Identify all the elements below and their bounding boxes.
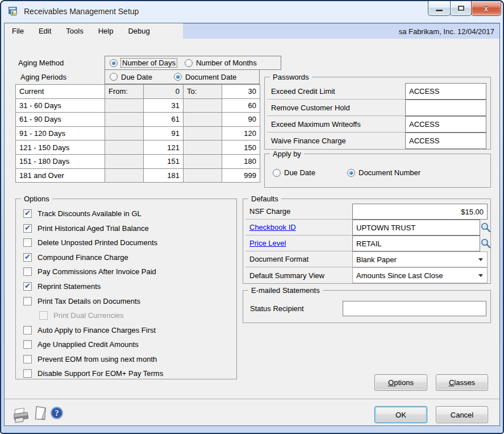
checkbook-id-lookup-icon[interactable]	[480, 222, 491, 233]
exceed-credit-limit-input[interactable]: ACCESS	[405, 83, 486, 100]
checkbook-id-link[interactable]: Checkbook ID	[245, 220, 352, 235]
aging-period-name-cell[interactable]: 91 - 120 Days	[16, 127, 105, 141]
aging-to-value-cell[interactable]: 90	[222, 113, 260, 127]
nsf-charge-input[interactable]: $15.00	[352, 204, 488, 220]
checkbox-print-tax-details[interactable]: Print Tax Details on Documents	[23, 297, 140, 305]
menu-items: File Edit Tools Help Debug	[5, 23, 183, 39]
checkbox-prevent-eom[interactable]: Prevent EOM from using next month	[23, 355, 157, 363]
checkbox-icon	[23, 326, 32, 334]
aging-from-value-cell[interactable]: 151	[144, 155, 184, 169]
titlebar: Receivables Management Setup x	[1, 1, 503, 22]
aging-from-value-cell[interactable]: 181	[144, 169, 184, 183]
default-summary-view-dropdown[interactable]: Amounts Since Last Close	[352, 267, 488, 283]
aging-to-label-cell	[184, 169, 222, 183]
menu-file[interactable]: File	[5, 23, 31, 39]
radio-number-of-days[interactable]: Number of Days	[110, 59, 177, 67]
menu-edit[interactable]: Edit	[31, 23, 59, 39]
radio-apply-due-date[interactable]: Due Date	[273, 168, 315, 177]
aging-to-value-cell[interactable]: 120	[222, 127, 260, 141]
checkbox-delete-unposted[interactable]: Delete Unposted Printed Documents	[23, 238, 157, 247]
aging-period-name-cell[interactable]: 61 - 90 Days	[16, 113, 105, 127]
aging-period-name-cell[interactable]: 151 - 180 Days	[16, 155, 105, 169]
aging-to-value-cell[interactable]: 150	[222, 140, 260, 155]
aging-from-value-cell[interactable]: 61	[144, 113, 184, 127]
aging-to-value-cell[interactable]: 30	[222, 85, 260, 99]
status-recipient-input[interactable]	[343, 301, 486, 316]
aging-method-label: Aging Method	[18, 59, 64, 67]
aging-from-label-cell	[105, 99, 144, 113]
aging-period-name-cell[interactable]: Current	[16, 85, 105, 99]
checkbox-icon	[23, 209, 32, 218]
checkbox-track-discounts[interactable]: Track Discounts Available in GL	[23, 209, 141, 218]
help-icon[interactable]: ?	[50, 406, 64, 420]
radio-number-of-days-icon	[110, 59, 118, 67]
price-level-link[interactable]: Price Level	[245, 235, 352, 251]
note-icon[interactable]	[32, 405, 49, 423]
checkbox-auto-apply-finance-charges[interactable]: Auto Apply to Finance Charges First	[23, 326, 156, 334]
document-format-dropdown[interactable]: Blank Paper	[352, 251, 488, 267]
checkbox-disable-eom-support[interactable]: Disable Support For EOM+ Pay Terms	[23, 369, 163, 378]
aging-period-name-cell[interactable]: 181 and Over	[16, 169, 105, 183]
aging-from-label-cell	[105, 113, 144, 127]
checkbox-pay-commissions[interactable]: Pay Commissions After Invoice Paid	[23, 267, 156, 276]
radio-apply-document-number-label: Document Number	[359, 168, 420, 177]
page-title: Receivables Management Setup	[24, 7, 139, 16]
apply-by-group-title: Apply by	[270, 150, 304, 158]
aging-from-value-cell[interactable]: 0	[144, 85, 184, 99]
exceed-maximum-writeoffs-input[interactable]: ACCESS	[405, 116, 486, 133]
aging-from-label-cell: From:	[105, 85, 144, 99]
options-button[interactable]: Options	[374, 374, 427, 391]
checkbox-icon	[23, 369, 32, 378]
chevron-down-icon	[478, 274, 483, 277]
password-label: Remove Customer Hold	[267, 100, 405, 116]
price-level-input[interactable]: RETAIL	[352, 235, 480, 251]
print-icon[interactable]	[13, 404, 33, 424]
user-company-date-status: sa Fabrikam, Inc. 12/04/2017	[183, 23, 499, 39]
radio-due-date[interactable]: Due Date	[110, 73, 152, 81]
menu-help[interactable]: Help	[91, 23, 121, 39]
radio-due-date-icon	[110, 73, 118, 81]
radio-apply-document-number-icon	[347, 169, 355, 177]
checkbox-compound-finance-charge[interactable]: Compound Finance Charge	[23, 253, 128, 262]
minimize-button[interactable]	[428, 1, 451, 16]
aging-to-value-cell[interactable]: 180	[222, 155, 260, 169]
menu-tools[interactable]: Tools	[59, 23, 90, 39]
defaults-group: Defaults NSF Charge $15.00 Checkbook ID …	[243, 199, 491, 284]
aging-from-label-cell	[105, 127, 144, 141]
aging-to-value-cell[interactable]: 60	[222, 99, 260, 113]
aging-to-label-cell	[184, 127, 222, 141]
password-label: Exceed Credit Limit	[267, 83, 405, 100]
radio-number-of-months-label: Number of Months	[196, 59, 257, 67]
remove-customer-hold-input[interactable]	[405, 100, 486, 116]
maximize-button[interactable]	[450, 1, 472, 16]
document-format-label: Document Format	[245, 251, 352, 267]
checkbox-age-unapplied-credit[interactable]: Age Unapplied Credit Amounts	[23, 340, 139, 349]
status-recipient-label: Status Recipient	[250, 304, 304, 313]
aging-from-value-cell[interactable]: 121	[144, 140, 184, 155]
radio-number-of-months[interactable]: Number of Months	[185, 59, 257, 67]
aging-from-value-cell[interactable]: 31	[144, 99, 184, 113]
radio-number-of-days-label: Number of Days	[121, 59, 177, 67]
apply-by-group: Apply by Due Date Document Number	[264, 154, 491, 188]
checkbox-print-historical[interactable]: Print Historical Aged Trial Balance	[23, 224, 149, 233]
ok-button[interactable]: OK	[374, 406, 427, 423]
checkbook-id-input[interactable]: UPTOWN TRUST	[352, 220, 480, 235]
aging-from-value-cell[interactable]: 91	[144, 127, 184, 141]
classes-button[interactable]: Classes	[436, 374, 488, 391]
minimize-icon	[436, 10, 443, 11]
menu-debug[interactable]: Debug	[120, 23, 157, 39]
radio-apply-document-number[interactable]: Document Number	[347, 168, 420, 177]
aging-to-value-cell[interactable]: 999	[222, 169, 260, 183]
checkbox-icon	[23, 238, 32, 247]
waive-finance-charge-input[interactable]: ACCESS	[405, 133, 486, 149]
close-button[interactable]: x	[471, 1, 501, 16]
chevron-down-icon	[478, 258, 483, 261]
radio-number-of-months-icon	[185, 59, 193, 67]
checkbox-reprint-statements[interactable]: Reprint Statements	[23, 282, 101, 291]
price-level-lookup-icon[interactable]	[480, 238, 491, 249]
cancel-button[interactable]: Cancel	[436, 406, 488, 423]
radio-document-date[interactable]: Document Date	[174, 73, 236, 81]
checkbox-icon	[23, 267, 32, 276]
aging-period-name-cell[interactable]: 121 - 150 Days	[16, 140, 105, 155]
aging-period-name-cell[interactable]: 31 - 60 Days	[16, 99, 105, 113]
